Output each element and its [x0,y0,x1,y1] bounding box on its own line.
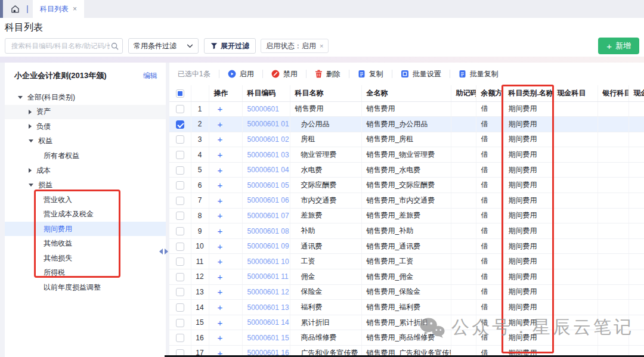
row-checkbox[interactable] [176,181,184,190]
tree-expand-down-icon[interactable] [18,96,23,99]
table-row[interactable]: 7+50000601 06市内交通费销售费用_市内交通费借期间费用 [169,193,644,209]
table-row[interactable]: 6+50000601 05交际应酬费销售费用_交际应酬费借期间费用 [169,178,644,193]
tab-subject-list[interactable]: 科目列表 × [33,0,84,18]
cell-check[interactable] [169,208,191,223]
cell-check[interactable] [169,132,191,147]
cell-code[interactable]: 50000601 15 [242,330,290,346]
row-checkbox[interactable] [176,166,184,175]
enable-button[interactable]: 启用 [228,69,254,79]
expand-row-plus-icon[interactable]: + [218,256,223,266]
cell-code[interactable]: 50000601 06 [242,193,290,209]
table-row[interactable]: 2+50000601 01办公用品销售费用_办公用品借期间费用 [169,117,644,132]
disable-button[interactable]: 禁用 [271,69,298,79]
search-box[interactable] [5,38,123,54]
cell-plus[interactable]: + [209,117,242,132]
cell-check[interactable] [169,178,191,193]
active-filter-tag[interactable]: 启用状态：启用 × [261,39,329,53]
cell-code[interactable]: 50000601 09 [242,238,290,254]
filter-tag-close-icon[interactable]: × [320,42,323,49]
panel-collapse-handle[interactable] [159,249,168,254]
expand-row-plus-icon[interactable]: + [218,134,223,144]
tree-expand-right-icon[interactable] [29,124,32,129]
add-new-button[interactable]: + 新增 [598,38,639,54]
row-checkbox[interactable] [176,319,184,327]
cell-code[interactable]: 50000601 03 [242,147,290,163]
cell-code[interactable]: 50000601 [242,101,290,117]
table-row[interactable]: 9+50000601 08补助销售费用_补助借期间费用 [169,223,644,239]
cell-check[interactable] [169,193,191,209]
cell-check[interactable] [169,269,191,285]
cell-check[interactable] [169,300,191,315]
row-checkbox[interactable] [176,243,184,251]
tree-item-10[interactable]: 其他收益 [5,236,166,251]
cell-check[interactable] [169,117,191,132]
cell-check[interactable] [169,147,191,163]
row-checkbox[interactable] [176,151,184,159]
row-checkbox[interactable] [176,303,184,312]
cell-plus[interactable]: + [209,315,242,330]
tree-item-2[interactable]: 负债 [5,119,166,134]
copy-button[interactable]: 复制 [358,69,383,79]
cell-code[interactable]: 50000601 05 [242,178,290,193]
tree-item-9[interactable]: 期间费用 [5,222,166,237]
row-checkbox[interactable] [176,257,184,266]
tree-item-7[interactable]: 营业收入 [5,193,166,207]
cell-check[interactable] [169,101,191,117]
expand-row-plus-icon[interactable]: + [218,333,223,343]
cell-code[interactable]: 50000601 10 [242,254,290,269]
table-row[interactable]: 11+50000601 10工资销售费用_工资借期间费用 [169,254,644,269]
table-row[interactable]: 13+50000601 12保险金销售费用_保险金借期间费用 [169,284,644,300]
cell-plus[interactable]: + [209,162,242,178]
home-button[interactable] [3,0,27,18]
table-row[interactable]: 1+50000601销售费用销售费用借期间费用 [169,101,644,117]
cell-plus[interactable]: + [209,178,242,193]
select-all-checkbox[interactable] [176,89,184,98]
cell-check[interactable] [169,223,191,239]
tree-expand-right-icon[interactable] [29,110,32,114]
expand-row-plus-icon[interactable]: + [218,210,223,221]
cell-check[interactable] [169,254,191,269]
tree-item-3[interactable]: 权益 [5,134,166,149]
batch-copy-button[interactable]: 批量复制 [459,69,499,79]
table-row[interactable]: 8+50000601 07差旅费销售费用_差旅费借期间费用 [169,208,644,223]
tree-expand-right-icon[interactable] [29,168,32,173]
cell-plus[interactable]: + [209,223,242,239]
cell-check[interactable] [169,162,191,178]
cell-plus[interactable]: + [209,208,242,223]
tree-item-13[interactable]: 以前年度损益调整 [5,280,166,295]
table-row[interactable]: 4+50000601 03物业管理费销售费用_物业管理费借期间费用 [169,147,644,163]
cell-plus[interactable]: + [209,238,242,254]
expand-row-plus-icon[interactable]: + [218,226,223,236]
cell-code[interactable]: 50000601 04 [242,162,290,178]
cell-check[interactable] [169,315,191,330]
row-checkbox[interactable] [176,197,184,205]
tree-item-11[interactable]: 其他损失 [5,251,166,266]
cell-code[interactable]: 50000601 01 [242,117,290,132]
expand-row-plus-icon[interactable]: + [218,195,223,206]
cell-plus[interactable]: + [209,254,242,269]
cell-check[interactable] [169,330,191,346]
cell-plus[interactable]: + [209,132,242,147]
tree-item-5[interactable]: 成本 [5,163,166,178]
table-row[interactable]: 16+50000601 15商品维修费销售费用_商品维修费借期间费用 [169,330,644,346]
expand-row-plus-icon[interactable]: + [218,104,223,114]
tree-item-0[interactable]: 全部(科目类别) [5,90,166,105]
collapse-right-icon[interactable] [165,249,168,254]
cell-code[interactable]: 50000601 13 [242,300,290,315]
expand-row-plus-icon[interactable]: + [218,272,223,282]
expand-row-plus-icon[interactable]: + [218,241,223,252]
row-checkbox[interactable] [176,273,184,281]
tree-expand-down-icon[interactable] [29,139,33,142]
cell-plus[interactable]: + [209,300,242,315]
expand-row-plus-icon[interactable]: + [218,180,223,190]
tree-item-6[interactable]: 损益 [5,178,166,193]
cell-plus[interactable]: + [209,101,242,117]
cell-plus[interactable]: + [209,193,242,209]
row-checkbox[interactable] [176,105,184,113]
table-row[interactable]: 10+50000601 09通讯费销售费用_通讯费借期间费用 [169,238,644,254]
table-row[interactable]: 15+50000601 14累计折旧销售费用_累计折旧借期间费用 [169,315,644,330]
expand-row-plus-icon[interactable]: + [218,150,223,160]
table-row[interactable]: 5+50000601 04水电费销售费用_水电费借期间费用 [169,162,644,178]
expand-row-plus-icon[interactable]: + [218,287,223,297]
expand-filter-button[interactable]: 展开过滤 [204,38,256,54]
